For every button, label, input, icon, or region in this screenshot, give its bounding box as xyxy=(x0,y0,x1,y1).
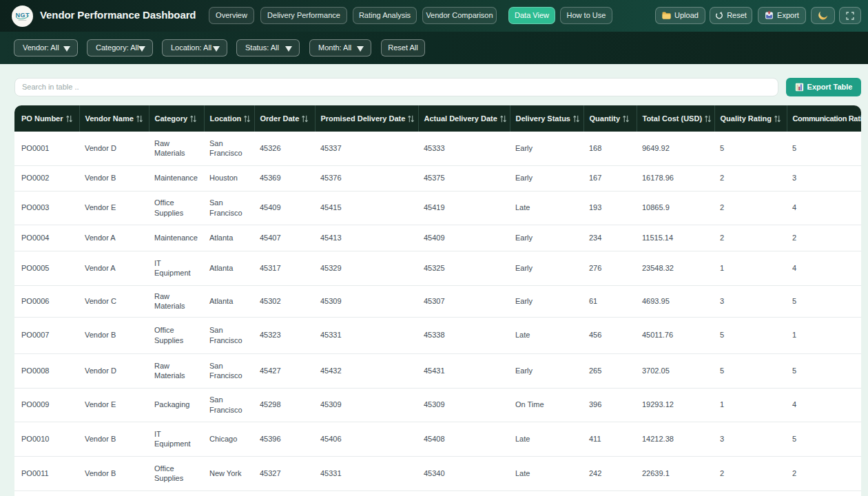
svg-text:NGT: NGT xyxy=(16,12,30,19)
